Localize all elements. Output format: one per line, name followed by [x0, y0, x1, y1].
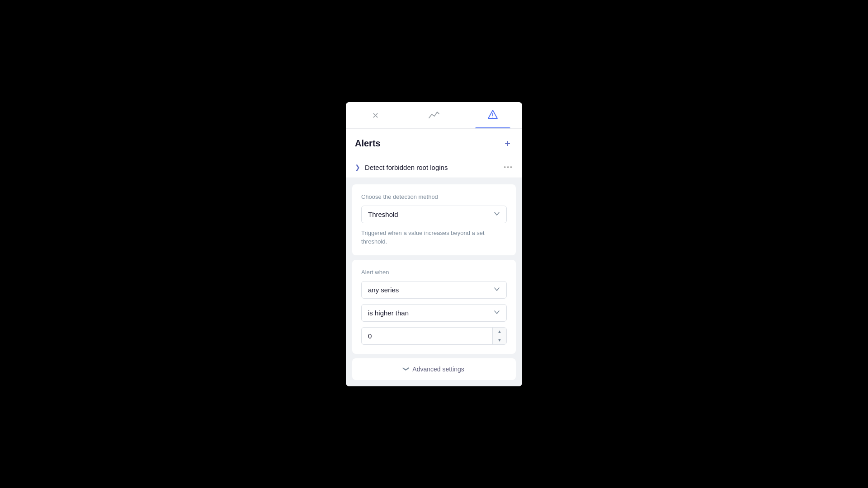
- stepper-down-button[interactable]: ▼: [493, 336, 506, 344]
- content-area: Choose the detection method Threshold Tr…: [346, 178, 522, 386]
- alert-item-name: Detect forbidden root logins: [365, 164, 499, 171]
- detection-method-select[interactable]: Threshold: [361, 206, 507, 223]
- condition-chevron-icon: [494, 309, 500, 317]
- tab-chart[interactable]: [405, 110, 463, 128]
- threshold-input[interactable]: [362, 328, 492, 344]
- detection-method-value: Threshold: [368, 211, 398, 218]
- chevron-down-icon: ❯: [355, 164, 360, 171]
- condition-value: is higher than: [368, 309, 409, 317]
- alerts-panel: ✕ Alerts + ❯ Detect forbidden r: [346, 102, 522, 386]
- chart-icon: [429, 110, 439, 122]
- tab-close[interactable]: ✕: [346, 111, 405, 127]
- add-alert-button[interactable]: +: [502, 138, 513, 150]
- detection-method-chevron-icon: [494, 211, 500, 218]
- tab-alert[interactable]: [463, 109, 522, 128]
- alert-icon: [487, 109, 498, 122]
- series-chevron-icon: [494, 286, 500, 294]
- tab-bar: ✕: [346, 102, 522, 129]
- close-icon: ✕: [372, 111, 379, 121]
- condition-select[interactable]: is higher than: [361, 304, 507, 322]
- threshold-input-wrapper: ▲ ▼: [361, 327, 507, 345]
- more-options-icon[interactable]: •••: [504, 164, 513, 171]
- detection-method-card: Choose the detection method Threshold Tr…: [352, 184, 516, 255]
- svg-point-1: [492, 117, 493, 117]
- alert-item-row[interactable]: ❯ Detect forbidden root logins •••: [346, 157, 522, 178]
- alerts-title: Alerts: [355, 138, 381, 149]
- advanced-settings-label: Advanced settings: [412, 366, 464, 373]
- series-value: any series: [368, 286, 399, 294]
- advanced-settings-row[interactable]: ❯ Advanced settings: [352, 358, 516, 380]
- alert-when-card: Alert when any series is higher than ▲: [352, 260, 516, 354]
- advanced-settings-chevron-icon: ❯: [403, 366, 410, 371]
- detection-method-description: Triggered when a value increases beyond …: [361, 229, 507, 246]
- stepper-up-button[interactable]: ▲: [493, 328, 506, 336]
- stepper-buttons: ▲ ▼: [492, 328, 506, 344]
- alert-when-label: Alert when: [361, 269, 507, 276]
- alerts-header: Alerts +: [346, 129, 522, 157]
- series-select[interactable]: any series: [361, 281, 507, 299]
- detection-method-label: Choose the detection method: [361, 193, 507, 200]
